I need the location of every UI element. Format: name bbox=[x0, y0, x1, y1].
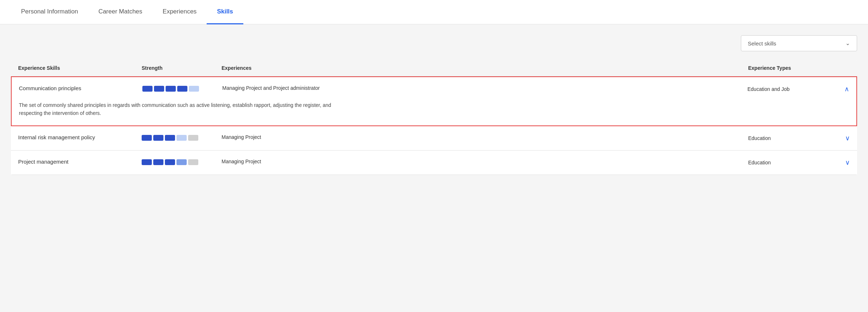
experience-type: Education ∨ bbox=[748, 134, 850, 142]
header-experiences: Experiences bbox=[222, 65, 748, 71]
header-experience-skills: Experience Skills bbox=[18, 65, 142, 71]
bar-5 bbox=[188, 159, 198, 165]
bar-5 bbox=[189, 86, 199, 92]
bar-1 bbox=[142, 159, 152, 165]
bar-2 bbox=[154, 86, 164, 92]
nav-bar: Personal Information Career Matches Expe… bbox=[0, 0, 868, 24]
experience-text: Managing Project bbox=[222, 134, 748, 140]
strength-bars bbox=[142, 159, 222, 165]
main-content: Select skills ⌄ Experience Skills Streng… bbox=[0, 24, 868, 311]
strength-bars bbox=[142, 134, 222, 141]
experience-type-label: Education bbox=[748, 135, 771, 141]
table-header: Experience Skills Strength Experiences E… bbox=[11, 60, 857, 76]
bar-3 bbox=[165, 135, 175, 141]
skills-table: Experience Skills Strength Experiences E… bbox=[11, 60, 857, 175]
tab-experiences[interactable]: Experiences bbox=[153, 0, 207, 24]
experience-type-label: Education and Job bbox=[747, 86, 790, 92]
tab-personal-information[interactable]: Personal Information bbox=[11, 0, 88, 24]
bar-2 bbox=[153, 135, 163, 141]
strength-bars bbox=[142, 85, 222, 92]
table-row: Project management Managing Project Educ… bbox=[11, 151, 857, 175]
select-skills-placeholder: Select skills bbox=[748, 40, 776, 47]
bar-5 bbox=[188, 135, 198, 141]
row-main: Internal risk management policy Managing… bbox=[11, 126, 857, 150]
experience-type: Education and Job ∧ bbox=[747, 85, 849, 93]
tab-career-matches[interactable]: Career Matches bbox=[88, 0, 153, 24]
row-expanded-description: The set of commonly shared principles in… bbox=[12, 101, 338, 125]
skill-name: Project management bbox=[18, 159, 142, 165]
experience-text: Managing Project bbox=[222, 159, 748, 164]
table-row: Internal risk management policy Managing… bbox=[11, 126, 857, 151]
bar-4 bbox=[177, 135, 187, 141]
table-row: Communication principles Managing Projec… bbox=[11, 76, 857, 126]
bar-4 bbox=[177, 86, 187, 92]
chevron-down-icon[interactable]: ∨ bbox=[845, 159, 850, 167]
row-main: Project management Managing Project Educ… bbox=[11, 151, 857, 175]
experience-type-label: Education bbox=[748, 160, 771, 165]
chevron-up-icon[interactable]: ∧ bbox=[844, 85, 849, 93]
experience-text: Managing Project and Project administrat… bbox=[222, 85, 747, 91]
experience-type: Education ∨ bbox=[748, 159, 850, 167]
skill-name: Communication principles bbox=[19, 85, 142, 91]
bar-3 bbox=[165, 159, 175, 165]
select-skills-dropdown[interactable]: Select skills ⌄ bbox=[741, 35, 857, 51]
bar-3 bbox=[166, 86, 176, 92]
bar-1 bbox=[142, 135, 152, 141]
bar-4 bbox=[177, 159, 187, 165]
bar-1 bbox=[142, 86, 153, 92]
skill-name: Internal risk management policy bbox=[18, 134, 142, 140]
chevron-down-icon[interactable]: ∨ bbox=[845, 134, 850, 142]
toolbar: Select skills ⌄ bbox=[11, 35, 857, 51]
chevron-down-icon: ⌄ bbox=[845, 40, 850, 47]
header-strength: Strength bbox=[142, 65, 222, 71]
header-experience-types: Experience Types bbox=[748, 65, 850, 71]
tab-skills[interactable]: Skills bbox=[207, 0, 243, 24]
row-main: Communication principles Managing Projec… bbox=[12, 77, 856, 101]
bar-2 bbox=[153, 159, 163, 165]
